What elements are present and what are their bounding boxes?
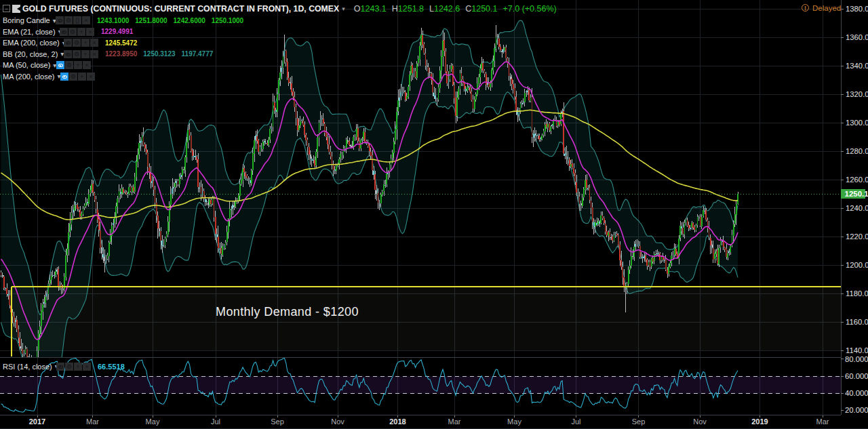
svg-text:1300.0: 1300.0 <box>846 119 868 127</box>
svg-text:1340.0: 1340.0 <box>846 62 868 70</box>
svg-text:1200.0: 1200.0 <box>846 261 868 269</box>
svg-text:1360.0: 1360.0 <box>846 33 868 41</box>
svg-text:1250.1: 1250.1 <box>845 190 868 198</box>
svg-text:2017: 2017 <box>29 417 45 426</box>
svg-text:1380.0: 1380.0 <box>846 5 868 13</box>
svg-text:Mar: Mar <box>448 417 461 426</box>
svg-text:Jul: Jul <box>211 417 220 426</box>
svg-text:40.0000: 40.0000 <box>845 389 868 397</box>
svg-text:1220.0: 1220.0 <box>846 232 868 241</box>
svg-text:80.0000: 80.0000 <box>845 355 868 363</box>
svg-text:Jul: Jul <box>571 417 580 426</box>
svg-text:1240.0: 1240.0 <box>846 204 868 212</box>
svg-text:Sep: Sep <box>632 417 646 426</box>
svg-text:1280.0: 1280.0 <box>846 147 868 155</box>
svg-text:1180.0: 1180.0 <box>846 289 868 298</box>
svg-text:Nov: Nov <box>331 417 344 426</box>
svg-text:1160.0: 1160.0 <box>846 318 868 326</box>
svg-text:2018: 2018 <box>389 417 406 426</box>
svg-text:Mar: Mar <box>86 417 99 426</box>
svg-text:Sep: Sep <box>271 417 284 426</box>
svg-text:1320.0: 1320.0 <box>846 90 868 98</box>
svg-text:Mar: Mar <box>816 417 829 426</box>
svg-text:20.0000: 20.0000 <box>845 406 868 414</box>
svg-text:Nov: Nov <box>693 417 707 426</box>
svg-text:1260.0: 1260.0 <box>846 176 868 184</box>
svg-text:May: May <box>507 417 521 426</box>
svg-text:60.0000: 60.0000 <box>845 372 868 380</box>
svg-text:2019: 2019 <box>751 417 768 426</box>
svg-text:Monthly Demand - $1200: Monthly Demand - $1200 <box>216 305 359 319</box>
svg-text:1140.0: 1140.0 <box>846 346 868 354</box>
svg-text:May: May <box>146 417 160 426</box>
